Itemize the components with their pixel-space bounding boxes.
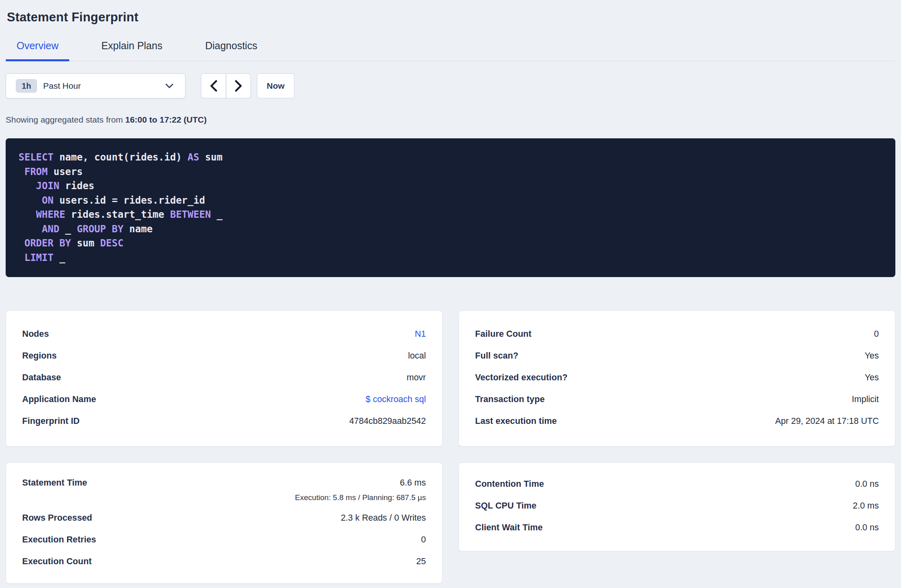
sql-statement-text: SELECT name, count(rides.id) AS sum FROM…: [19, 150, 882, 265]
aggregated-stats-prefix: Showing aggregated stats from: [6, 115, 125, 124]
sql-text: users: [48, 166, 83, 177]
kv-label: Execution Count: [22, 557, 92, 567]
kv-row: Vectorized execution?Yes: [475, 367, 879, 388]
tab-overview[interactable]: Overview: [6, 40, 69, 61]
kv-row: Full scan?Yes: [475, 345, 879, 367]
kv-row: Fingerprint ID4784cb829aab2542: [22, 410, 426, 432]
kv-value: 2.0 ms: [853, 501, 879, 511]
kv-label: Statement Time: [22, 473, 87, 492]
prev-range-button[interactable]: [201, 73, 226, 98]
aggregated-stats-range: 16:00 to 17:22 (UTC): [125, 115, 207, 124]
kv-label: Execution Retries: [22, 535, 96, 545]
kv-row: Failure Count0: [475, 323, 879, 345]
page-title: Statement Fingerprint: [7, 10, 895, 25]
sql-keyword: FROM: [24, 166, 48, 177]
kv-row: Databasemovr: [22, 367, 426, 388]
kv-label: Full scan?: [475, 351, 518, 361]
sql-keyword: AS: [188, 152, 199, 163]
kv-row: Statement Time6.6 msExecution: 5.8 ms / …: [22, 473, 426, 507]
tab-explain-plans[interactable]: Explain Plans: [90, 40, 173, 61]
kv-value: 25: [416, 557, 426, 567]
sql-keyword: AND: [42, 223, 59, 235]
sql-text: [54, 238, 59, 249]
kv-label: Application Name: [22, 394, 96, 405]
sql-text: rides: [59, 180, 94, 192]
sql-keyword: BETWEEN: [170, 209, 211, 220]
sql-text: rides.start_time: [65, 209, 170, 220]
sql-statement-box: SELECT name, count(rides.id) AS sum FROM…: [6, 138, 895, 277]
sql-keyword: ORDER: [24, 238, 53, 249]
kv-row: Contention Time0.0 ns: [475, 473, 879, 495]
kv-value: Apr 29, 2024 at 17:18 UTC: [775, 416, 879, 426]
next-range-button[interactable]: [226, 73, 251, 98]
sql-keyword: DESC: [100, 238, 123, 249]
sql-keyword: BY: [112, 223, 123, 235]
kv-value: 0.0 ns: [855, 523, 879, 533]
time-range-label: Past Hour: [43, 81, 81, 91]
kv-value: 4784cb829aab2542: [349, 416, 426, 426]
execution-attributes-card: Failure Count0Full scan?YesVectorized ex…: [459, 311, 895, 446]
aggregated-stats-text: Showing aggregated stats from 16:00 to 1…: [6, 115, 895, 125]
kv-row: Rows Processed2.3 k Reads / 0 Writes: [22, 507, 426, 529]
kv-value-link[interactable]: $ cockroach sql: [366, 394, 426, 405]
sql-text: sum: [71, 238, 100, 249]
statement-timing-card: Statement Time6.6 msExecution: 5.8 ms / …: [6, 463, 442, 584]
interval-badge: 1h: [16, 79, 37, 93]
time-controls: 1h Past Hour Now: [6, 73, 895, 98]
kv-label: Contention Time: [475, 479, 544, 489]
kv-value: movr: [407, 373, 426, 383]
sql-text: [19, 223, 42, 235]
sql-text: [19, 252, 24, 263]
kv-label: Vectorized execution?: [475, 373, 567, 383]
kv-value: 2.3 k Reads / 0 Writes: [341, 513, 426, 523]
sql-text: [19, 195, 42, 206]
range-step-buttons: [201, 73, 251, 98]
sql-text: [19, 180, 36, 192]
statement-fingerprint-page: Statement Fingerprint OverviewExplain Pl…: [0, 10, 901, 584]
kv-label: Failure Count: [475, 329, 532, 339]
kv-value: 0.0 ns: [855, 479, 879, 489]
sql-text: name, count(rides.id): [54, 152, 188, 163]
sql-text: [19, 209, 36, 220]
kv-value: Yes: [865, 351, 879, 361]
tab-diagnostics[interactable]: Diagnostics: [194, 40, 268, 61]
kv-label: Client Wait Time: [475, 523, 543, 533]
kv-row: Last execution timeApr 29, 2024 at 17:18…: [475, 410, 879, 432]
kv-row: Execution Retries0: [22, 529, 426, 550]
wait-timing-card: Contention Time0.0 nsSQL CPU Time2.0 msC…: [459, 463, 895, 551]
kv-label: Last execution time: [475, 416, 557, 426]
kv-label: Transaction type: [475, 394, 544, 405]
sql-keyword: GROUP: [77, 223, 106, 235]
kv-value-link[interactable]: N1: [415, 329, 426, 339]
sql-text: [106, 223, 112, 235]
sql-keyword: JOIN: [36, 180, 59, 192]
sql-text: name: [123, 223, 152, 235]
kv-label: Rows Processed: [22, 513, 92, 523]
kv-value: 6.6 ms: [295, 473, 426, 492]
chevron-left-icon: [209, 80, 218, 92]
sql-text: _: [54, 252, 65, 263]
kv-subvalue: Execution: 5.8 ms / Planning: 687.5 µs: [295, 492, 426, 503]
kv-value: Implicit: [852, 394, 879, 405]
time-range-select[interactable]: 1h Past Hour: [6, 73, 186, 98]
sql-text: sum: [199, 152, 223, 163]
kv-value: Yes: [865, 373, 879, 383]
timing-cards-row: Statement Time6.6 msExecution: 5.8 ms / …: [6, 463, 895, 584]
now-button[interactable]: Now: [257, 73, 294, 98]
kv-label: Database: [22, 373, 61, 383]
sql-keyword: SELECT: [19, 152, 54, 163]
tab-bar: OverviewExplain PlansDiagnostics: [6, 40, 895, 61]
sql-text: users.id = rides.rider_id: [54, 195, 205, 206]
kv-label: Fingerprint ID: [22, 416, 79, 426]
sql-text: [19, 166, 24, 177]
kv-value: local: [408, 351, 426, 361]
sql-keyword: ON: [42, 195, 54, 206]
kv-label: Regions: [22, 351, 57, 361]
sql-keyword: LIMIT: [24, 252, 53, 263]
kv-row: SQL CPU Time2.0 ms: [475, 495, 879, 517]
kv-label: SQL CPU Time: [475, 501, 536, 511]
kv-row: Regionslocal: [22, 345, 426, 367]
sql-text: _: [59, 223, 77, 235]
kv-value: 0: [874, 329, 879, 339]
kv-value-group: 6.6 msExecution: 5.8 ms / Planning: 687.…: [295, 473, 426, 503]
